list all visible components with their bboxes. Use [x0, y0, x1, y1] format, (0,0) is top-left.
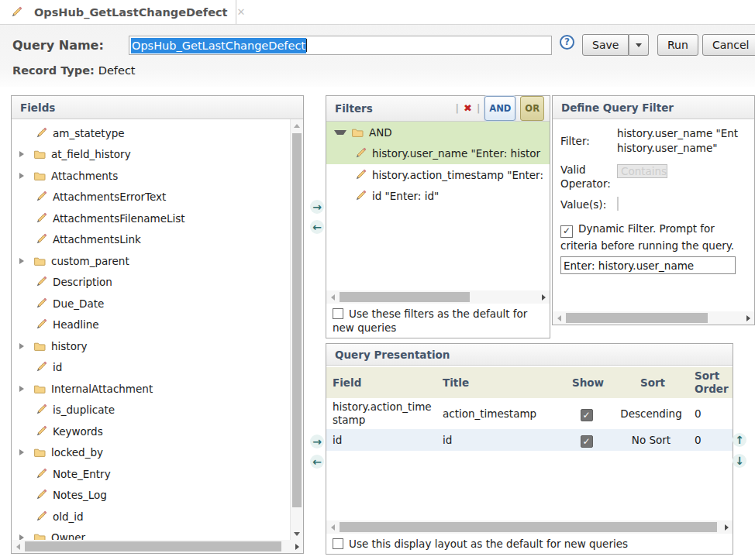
scrollbar-thumb[interactable] [340, 522, 717, 532]
save-dropdown-button[interactable] [629, 34, 649, 56]
field-tree-item[interactable]: Notes_Log [12, 485, 290, 507]
help-icon[interactable] [560, 35, 574, 50]
delete-filter-icon[interactable] [464, 98, 472, 119]
define-horizontal-scrollbar[interactable] [553, 311, 754, 325]
field-label: InternalAttachment [51, 383, 153, 395]
field-tree-item[interactable]: at_field_history [12, 144, 290, 166]
add-filter-arrow-icon[interactable] [310, 200, 324, 214]
separator [456, 98, 459, 119]
field-tree-item[interactable]: custom_parent [12, 250, 290, 272]
pencil-icon [35, 468, 47, 480]
and-button[interactable]: AND [484, 96, 515, 121]
scrollbar-thumb[interactable] [566, 313, 708, 323]
scrollbar-thumb[interactable] [340, 292, 470, 302]
expand-icon[interactable] [19, 258, 29, 264]
filter-item[interactable]: history.action_timestamp "Enter: [326, 164, 550, 186]
expand-icon[interactable] [19, 151, 29, 157]
save-button[interactable]: Save [582, 34, 629, 56]
filter-value: history.user_name "Ent history.user_name… [617, 126, 738, 156]
filters-horizontal-scrollbar[interactable] [326, 290, 550, 304]
fields-horizontal-scrollbar[interactable] [12, 540, 303, 553]
scroll-left-icon[interactable] [553, 315, 565, 321]
field-tree-item[interactable]: locked_by [12, 442, 290, 464]
presentation-table: Field Title Show Sort Sort Order history… [326, 366, 733, 520]
move-down-arrow-icon[interactable] [733, 454, 746, 468]
query-name-input[interactable]: OpsHub_GetLastChangeDefect [129, 36, 552, 55]
folder-icon [351, 126, 364, 139]
query-tab[interactable]: OpsHub_GetLastChangeDefect [0, 0, 236, 24]
dynamic-filter-checkbox[interactable] [560, 225, 573, 238]
remove-column-arrow-icon[interactable] [310, 455, 324, 469]
move-up-arrow-icon[interactable] [733, 433, 746, 447]
row-field-value: history.action_timestamp [326, 398, 436, 429]
filter-item[interactable]: id "Enter: id" [326, 186, 550, 208]
show-checkbox[interactable] [581, 409, 593, 421]
expand-icon[interactable] [19, 534, 29, 540]
pencil-icon [35, 489, 47, 501]
field-tree-item[interactable]: Attachments [12, 165, 290, 187]
show-checkbox[interactable] [581, 435, 593, 448]
column-sort: Sort [617, 374, 688, 392]
field-tree-item[interactable]: old_id [12, 506, 290, 527]
or-button[interactable]: OR [520, 96, 544, 121]
pencil-icon [35, 297, 47, 310]
field-tree-item[interactable]: id [12, 357, 290, 379]
field-tree-item[interactable]: Note_Entry [12, 463, 290, 485]
layout-default-checkbox[interactable] [333, 538, 343, 549]
presentation-horizontal-scrollbar[interactable] [326, 520, 733, 534]
record-type-label: Record Type: [12, 64, 95, 77]
scroll-left-icon[interactable] [12, 544, 24, 550]
cancel-button[interactable]: Cancel [702, 34, 755, 56]
filter-group-and[interactable]: AND [326, 122, 550, 143]
filters-default-checkbox[interactable] [333, 308, 343, 319]
field-tree-item[interactable]: am_statetype [12, 122, 290, 144]
scrollbar-thumb[interactable] [25, 541, 281, 551]
collapse-icon[interactable] [334, 130, 346, 135]
row-title-value: id [436, 431, 559, 449]
scroll-right-icon[interactable] [537, 294, 550, 301]
table-row[interactable]: history.action_timestampaction_timestamp… [326, 398, 733, 429]
text-caret [306, 39, 307, 52]
add-column-arrow-icon[interactable] [310, 435, 324, 448]
field-tree-item[interactable]: AttachmentsLink [12, 229, 290, 251]
valid-operator-label: Valid Operator: [560, 163, 617, 191]
scroll-up-icon[interactable] [291, 119, 303, 132]
filter-item-label: history.user_name "Enter: histor [372, 147, 540, 160]
filter-item[interactable]: history.user_name "Enter: histor [326, 143, 550, 165]
close-icon[interactable] [237, 6, 246, 18]
field-tree-item[interactable]: AttachmentsErrorText [12, 187, 290, 208]
field-tree-item[interactable]: history [12, 335, 290, 357]
filter-group-label: AND [369, 126, 392, 139]
fields-vertical-scrollbar[interactable] [290, 119, 303, 540]
expand-icon[interactable] [19, 173, 29, 179]
scrollbar-thumb[interactable] [292, 133, 302, 507]
run-button[interactable]: Run [657, 34, 698, 56]
scroll-left-icon[interactable] [326, 524, 339, 531]
field-tree-item[interactable]: Due_Date [12, 293, 290, 314]
prompt-input[interactable] [560, 256, 736, 274]
column-show: Show [559, 374, 617, 392]
expand-icon[interactable] [19, 386, 29, 392]
table-row[interactable]: ididNo Sort0 [326, 429, 733, 451]
field-label: Description [53, 276, 112, 288]
scroll-right-icon[interactable] [742, 315, 754, 321]
field-tree-item[interactable]: Keywords [12, 421, 290, 442]
scroll-down-icon[interactable] [291, 527, 303, 540]
folder-icon [33, 383, 46, 395]
field-tree-item[interactable]: Owner [12, 527, 290, 541]
folder-icon [33, 340, 46, 352]
field-tree-item[interactable]: InternalAttachment [12, 378, 290, 400]
field-label: Keywords [53, 425, 103, 438]
field-tree-item[interactable]: is_duplicate [12, 400, 290, 421]
scroll-left-icon[interactable] [326, 294, 339, 301]
expand-icon[interactable] [19, 449, 29, 455]
field-label: id [53, 361, 62, 373]
remove-filter-arrow-icon[interactable] [310, 220, 324, 234]
field-tree-item[interactable]: Headline [12, 314, 290, 336]
field-tree-item[interactable]: Description [12, 272, 290, 294]
scroll-right-icon[interactable] [291, 544, 303, 550]
column-field: Field [326, 374, 436, 392]
scroll-right-icon[interactable] [720, 524, 733, 531]
field-tree-item[interactable]: AttachmentsFilenameList [12, 208, 290, 229]
expand-icon[interactable] [19, 343, 29, 349]
